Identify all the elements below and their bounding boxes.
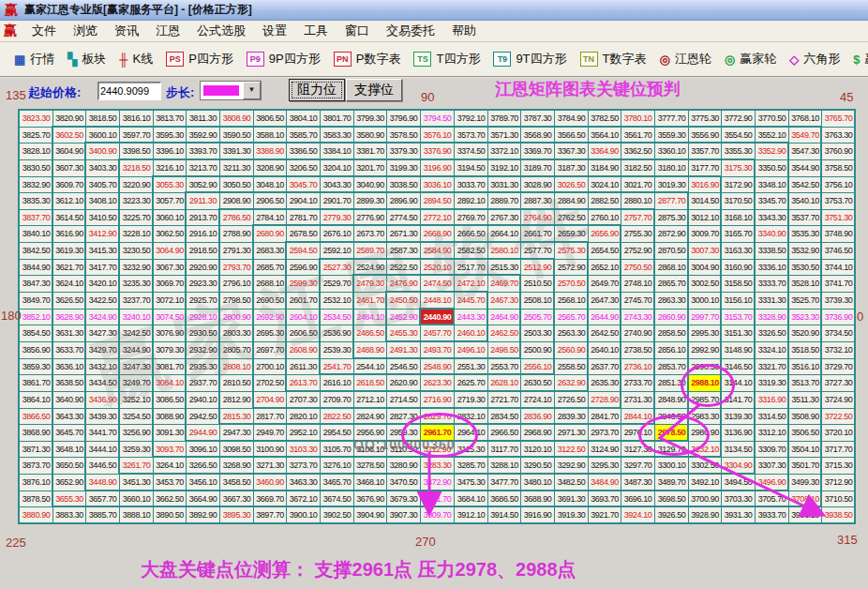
grid-cell: 2724.10 [521, 392, 554, 408]
toolbar: ▦行情▚板块╫K线PSP四方形P99P四方形PNP数字表TST四方形T99T四方… [0, 42, 868, 78]
grid-cell: 2654.50 [589, 243, 621, 259]
step-color-swatch [203, 85, 239, 96]
grid-cell: 2649.70 [589, 276, 621, 292]
grid-cell: 3837.70 [20, 210, 52, 225]
grid-cell: 3228.10 [120, 226, 153, 242]
grid-cell: 2925.70 [187, 293, 219, 309]
toolbar-button-hexagon[interactable]: ◇六角形 [783, 48, 846, 70]
grid-cell: 3367.30 [555, 143, 588, 159]
grid-cell: 2666.50 [455, 226, 487, 242]
toolbar-button-kline[interactable]: ╫K线 [112, 48, 159, 70]
grid-cell: 3175.30 [722, 160, 755, 176]
grid-cell: 3403.30 [86, 160, 119, 176]
grid-cell: 3643.30 [53, 409, 85, 424]
resistance-button[interactable]: 阻力位 [289, 79, 345, 101]
grid-cell: 3758.50 [822, 160, 855, 176]
toolbar-button-p-square[interactable]: PSP四方形 [159, 48, 240, 70]
grid-cell: 3271.30 [254, 458, 286, 474]
grid-cell: 3117.70 [488, 442, 520, 457]
grid-cell: 3232.90 [120, 260, 153, 275]
grid-cell: 2481.70 [354, 293, 386, 309]
grid-cell: 3189.70 [521, 160, 554, 176]
menu-item-view[interactable]: 浏览 [65, 21, 106, 41]
grid-cell: 3170.50 [722, 193, 755, 209]
grid-cell: 3796.90 [387, 111, 420, 127]
grid-cell: 2942.50 [187, 409, 219, 424]
toolbar-button-label: K线 [133, 51, 154, 68]
grid-cell: 2949.70 [254, 425, 286, 441]
toolbar-button-winner-wheel[interactable]: ◎赢家轮 [718, 48, 783, 70]
grid-cell: 3813.70 [154, 111, 186, 127]
grid-cell: 3792.10 [455, 111, 487, 127]
grid-cell: 3679.30 [387, 491, 420, 506]
grid-cell: 2863.30 [655, 293, 688, 309]
menu-item-file[interactable]: 文件 [23, 21, 65, 41]
grid-cell: 3096.10 [187, 442, 219, 457]
menu-item-trade-order[interactable]: 交易委托 [378, 21, 443, 41]
start-price-input[interactable] [97, 82, 161, 100]
grid-cell: 3309.70 [756, 442, 788, 457]
grid-cell: 3871.30 [20, 442, 52, 457]
grid-cell: 2920.90 [187, 260, 219, 275]
chevron-down-icon[interactable]: ▼ [243, 82, 261, 99]
grid-cell: 2546.50 [387, 359, 420, 374]
menu-item-settings[interactable]: 设置 [254, 21, 295, 41]
menu-item-formula-stock-pick[interactable]: 公式选股 [188, 21, 254, 41]
grid-cell: 3148.90 [722, 342, 755, 358]
toolbar-button-gann-wheel[interactable]: ◎江恩轮 [653, 48, 718, 70]
toolbar-button-sectors[interactable]: ▚板块 [61, 48, 112, 70]
grid-cell: 2630.50 [521, 375, 554, 391]
grid-cell: 3348.10 [756, 177, 788, 192]
menu-item-news[interactable]: 资讯 [106, 21, 147, 41]
toolbar-button-quotes[interactable]: ▦行情 [7, 48, 61, 70]
grid-cell: 3086.50 [154, 392, 186, 408]
angle-label-90: 90 [421, 90, 434, 104]
grid-cell: 3866.50 [20, 409, 52, 424]
grid-cell: 2772.10 [421, 210, 454, 225]
grid-cell: 3412.90 [86, 226, 119, 242]
grid-cell: 2983.30 [689, 409, 721, 424]
menu-item-gann[interactable]: 江恩 [147, 21, 188, 41]
toolbar-button-p-table[interactable]: PNP数字表 [327, 48, 408, 70]
grid-cell: 3074.50 [154, 310, 186, 325]
grid-cell: 2884.90 [555, 193, 588, 209]
menu-item-window[interactable]: 窗口 [337, 21, 378, 41]
grid-cell: 3576.10 [421, 128, 454, 143]
grid-cell: 3235.30 [120, 276, 153, 292]
toolbar-button-9t-square[interactable]: T99T四方形 [486, 48, 573, 70]
toolbar-button-9p-square[interactable]: P99P四方形 [240, 48, 327, 70]
grid-cell: 3604.90 [53, 143, 85, 159]
toolbar-button-t-square[interactable]: TST四方形 [407, 48, 486, 70]
grid-cell: 2656.90 [589, 226, 621, 242]
grid-cell: 3072.10 [154, 293, 186, 309]
t-number-table-icon: TN [580, 52, 598, 67]
grid-cell: 2846.50 [655, 409, 688, 424]
grid-cell: 3420.10 [86, 276, 119, 292]
grid-cell: 3525.70 [789, 293, 821, 309]
grid-cell: 2928.10 [187, 310, 219, 325]
grid-cell: 3861.70 [20, 375, 52, 391]
grid-cell: 3669.70 [254, 491, 286, 506]
toolbar-button-service[interactable]: $赢家服务 [846, 48, 868, 70]
menu-item-tools[interactable]: 工具 [295, 21, 337, 41]
grid-cell: 3724.90 [822, 392, 855, 408]
grid-cell: 2568.10 [555, 293, 588, 309]
menu-item-help[interactable]: 帮助 [443, 21, 485, 41]
grid-cell: 3854.50 [20, 325, 52, 341]
grid-cell: 3405.70 [86, 177, 119, 192]
grid-cell: 2740.90 [621, 325, 654, 341]
grid-cell: 3204.10 [321, 160, 353, 176]
grid-cell: 2959.30 [387, 425, 420, 441]
grid-cell: 2894.50 [421, 193, 454, 209]
toolbar-button-t-table[interactable]: TNT数字表 [574, 48, 653, 70]
support-button[interactable]: 支撑位 [346, 79, 402, 101]
grid-cell: 3016.90 [689, 177, 721, 192]
grid-cell: 2827.30 [387, 409, 420, 424]
grid-cell: 3436.90 [86, 392, 119, 408]
grid-cell: 2985.70 [689, 392, 721, 408]
grid-cell: 3384.10 [321, 143, 353, 159]
grid-cell: 3849.70 [20, 293, 52, 309]
step-color-dropdown[interactable]: ▼ [200, 81, 262, 100]
grid-cell: 3542.50 [789, 177, 821, 192]
grid-cell: 3633.70 [53, 342, 85, 358]
